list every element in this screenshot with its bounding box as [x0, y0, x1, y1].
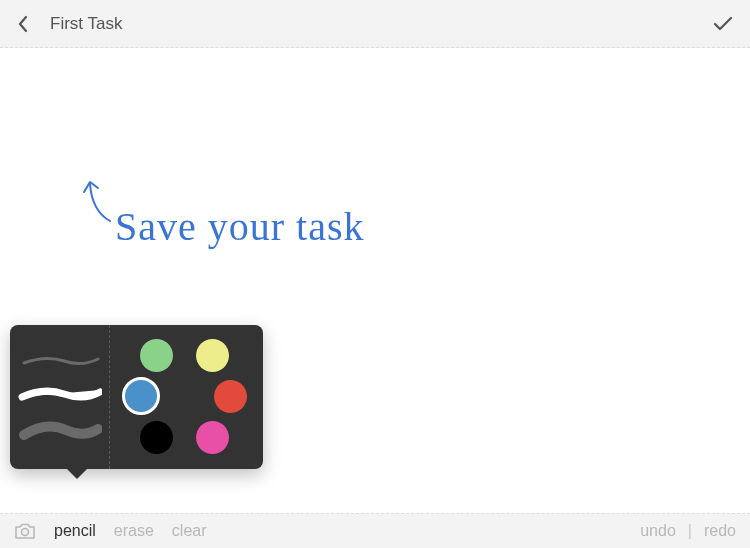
back-button[interactable] — [16, 14, 30, 34]
page-title: First Task — [50, 14, 122, 34]
color-swatch-pink[interactable] — [196, 421, 229, 454]
color-swatch-black[interactable] — [140, 421, 173, 454]
hint-text: Save your task — [115, 203, 365, 250]
toolbar-right: undo | redo — [640, 522, 736, 540]
svg-point-0 — [22, 529, 29, 536]
color-swatch-yellow[interactable] — [196, 339, 229, 372]
color-swatch-green[interactable] — [140, 339, 173, 372]
clear-tool[interactable]: clear — [172, 522, 207, 540]
erase-tool[interactable]: erase — [114, 522, 154, 540]
undo-button[interactable]: undo — [640, 522, 676, 540]
toolbar-divider: | — [688, 522, 692, 540]
stroke-option-thick[interactable] — [18, 421, 102, 441]
camera-button[interactable] — [14, 522, 36, 540]
pencil-popover — [10, 325, 263, 469]
header: First Task — [0, 0, 750, 48]
stroke-option-medium[interactable] — [18, 385, 102, 403]
check-icon — [712, 15, 734, 33]
header-left: First Task — [16, 14, 122, 34]
color-picker — [110, 325, 263, 469]
chevron-left-icon — [16, 14, 30, 34]
stroke-option-thin[interactable] — [18, 353, 102, 367]
stroke-picker — [10, 325, 110, 469]
pencil-tool[interactable]: pencil — [54, 522, 96, 540]
redo-button[interactable]: redo — [704, 522, 736, 540]
drawing-canvas[interactable]: Save your task — [0, 48, 750, 513]
color-swatch-red[interactable] — [214, 380, 247, 413]
done-button[interactable] — [712, 15, 734, 33]
hint-arrow-icon — [80, 176, 120, 226]
bottom-toolbar: pencil erase clear undo | redo — [0, 513, 750, 548]
color-swatch-blue[interactable] — [122, 377, 160, 415]
toolbar-left: pencil erase clear — [14, 522, 207, 540]
camera-icon — [14, 522, 36, 540]
